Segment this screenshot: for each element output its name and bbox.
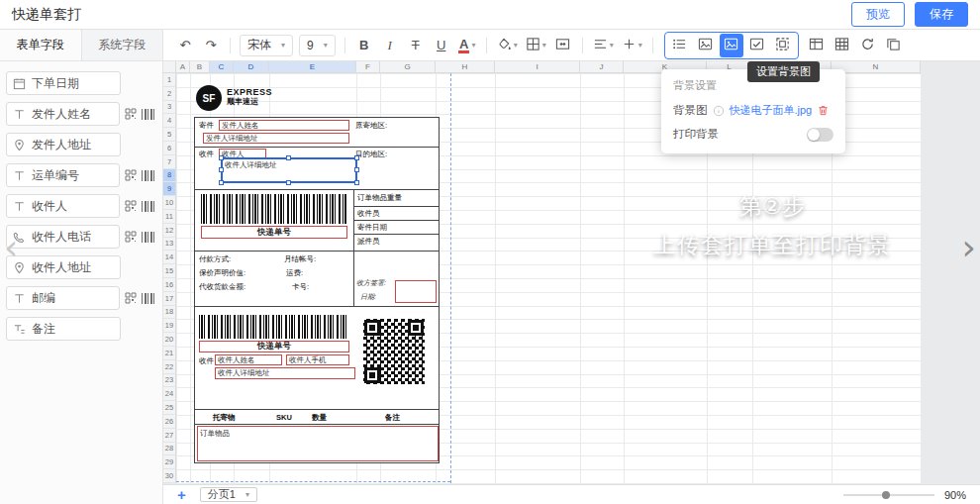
- qrcode-icon[interactable]: [125, 108, 137, 120]
- zoom-slider[interactable]: [843, 494, 934, 496]
- field-tracking-number[interactable]: 快递单号: [201, 226, 347, 239]
- resize-handle[interactable]: [354, 155, 359, 160]
- row-header-28[interactable]: 28: [163, 443, 176, 456]
- row-header-29[interactable]: 29: [163, 455, 176, 469]
- borders-icon[interactable]: ▾: [523, 34, 549, 57]
- sidebar-field-1[interactable]: 发件人姓名: [6, 102, 120, 126]
- row-header-15[interactable]: 15: [163, 264, 176, 278]
- refresh-icon[interactable]: [856, 34, 880, 57]
- sidebar-field-8[interactable]: 备注: [6, 317, 121, 341]
- column-header-D[interactable]: D: [234, 61, 269, 73]
- set-background-icon[interactable]: [720, 34, 743, 57]
- font-family-select[interactable]: 宋体▾: [240, 35, 293, 56]
- print-background-toggle[interactable]: [807, 128, 833, 142]
- row-header-19[interactable]: 19: [163, 319, 176, 333]
- row-header-16[interactable]: 16: [163, 278, 176, 292]
- merge-cells-icon[interactable]: [551, 34, 575, 57]
- grid-corner[interactable]: [163, 61, 176, 73]
- strikethrough-icon[interactable]: T: [404, 34, 428, 57]
- column-header-J[interactable]: J: [580, 61, 624, 73]
- field-stub-recipient-address[interactable]: 收件人详细地址: [215, 367, 355, 379]
- row-header-23[interactable]: 23: [163, 374, 176, 388]
- row-header-14[interactable]: 14: [163, 251, 176, 264]
- sidebar-field-3[interactable]: 运单编号: [6, 163, 120, 187]
- resize-handle[interactable]: [219, 167, 224, 172]
- save-button[interactable]: 保存: [915, 2, 968, 27]
- row-header-24[interactable]: 24: [163, 387, 176, 401]
- barcode-icon[interactable]: [142, 201, 156, 212]
- row-header-27[interactable]: 27: [163, 429, 176, 443]
- row-header-21[interactable]: 21: [163, 347, 176, 360]
- barcode-icon[interactable]: [142, 109, 156, 120]
- tab-system-fields[interactable]: 系统字段: [82, 30, 163, 60]
- row-header-11[interactable]: 11: [163, 210, 176, 224]
- font-size-select[interactable]: 9▾: [299, 35, 336, 56]
- barcode-icon[interactable]: [142, 293, 156, 304]
- field-recipient-address-selected[interactable]: 收件人详细地址: [221, 157, 357, 183]
- row-header-25[interactable]: 25: [163, 401, 176, 415]
- column-header-A[interactable]: A: [176, 61, 190, 73]
- sidebar-field-2[interactable]: 发件人地址: [6, 133, 121, 156]
- preview-button[interactable]: 预览: [851, 2, 905, 27]
- page-select[interactable]: 分页1 ▾: [200, 487, 257, 502]
- column-header-I[interactable]: I: [495, 61, 580, 73]
- resize-handle[interactable]: [219, 155, 224, 160]
- sidebar-field-0[interactable]: 下单日期: [6, 71, 121, 95]
- column-header-C[interactable]: C: [210, 61, 234, 73]
- row-header-26[interactable]: 26: [163, 415, 176, 429]
- row-header-13[interactable]: 13: [163, 238, 176, 252]
- field-sender-address[interactable]: 发件人详细地址: [203, 133, 349, 144]
- column-header-H[interactable]: H: [436, 61, 495, 73]
- list-settings-icon[interactable]: [668, 34, 692, 57]
- sidebar-field-4[interactable]: 收件人: [6, 194, 120, 218]
- row-header-6[interactable]: 6: [163, 142, 176, 155]
- undo-icon[interactable]: ↶: [173, 34, 197, 57]
- resize-handle[interactable]: [286, 155, 291, 160]
- row-header-22[interactable]: 22: [163, 360, 176, 374]
- column-header-F[interactable]: F: [356, 61, 380, 73]
- row-header-17[interactable]: 17: [163, 292, 176, 306]
- row-header-10[interactable]: 10: [163, 196, 176, 210]
- delete-background-icon[interactable]: [817, 104, 830, 117]
- row-header-18[interactable]: 18: [163, 306, 176, 320]
- qrcode-icon[interactable]: [125, 231, 137, 243]
- align-icon[interactable]: ▾: [590, 34, 617, 57]
- grid-settings-icon[interactable]: [831, 34, 854, 57]
- field-sender-name[interactable]: 发件人姓名: [219, 120, 349, 131]
- copy-icon[interactable]: [882, 34, 906, 57]
- next-chevron-icon[interactable]: ›: [962, 230, 976, 265]
- row-header-8[interactable]: 8: [163, 169, 176, 183]
- row-header-3[interactable]: 3: [163, 101, 176, 115]
- row-header-7[interactable]: 7: [163, 155, 176, 169]
- underline-icon[interactable]: U: [430, 34, 453, 57]
- fill-color-icon[interactable]: ▾: [494, 34, 521, 57]
- sidebar-field-5[interactable]: 收件人电话: [6, 225, 120, 249]
- insert-icon[interactable]: ▾: [619, 34, 645, 57]
- column-header-B[interactable]: B: [190, 61, 210, 73]
- field-signature-box[interactable]: [395, 280, 437, 303]
- row-header-2[interactable]: 2: [163, 87, 176, 101]
- qrcode-icon[interactable]: [125, 169, 137, 181]
- qrcode-icon[interactable]: [125, 292, 137, 304]
- row-header-20[interactable]: 20: [163, 333, 176, 347]
- freeze-pane-icon[interactable]: [805, 34, 829, 57]
- redo-icon[interactable]: ↷: [199, 34, 223, 57]
- row-header-12[interactable]: 12: [163, 224, 176, 238]
- column-header-E[interactable]: E: [269, 61, 356, 73]
- tab-form-fields[interactable]: 表单字段: [0, 30, 82, 60]
- add-page-button[interactable]: +: [177, 487, 186, 502]
- barcode-icon[interactable]: [142, 170, 156, 181]
- resize-handle[interactable]: [354, 167, 359, 172]
- font-color-icon[interactable]: A▾: [455, 34, 479, 57]
- screenshot-icon[interactable]: [771, 34, 795, 57]
- resize-handle[interactable]: [219, 180, 224, 185]
- resize-handle[interactable]: [286, 180, 291, 185]
- image-field-icon[interactable]: [745, 34, 769, 57]
- row-header-30[interactable]: 30: [163, 469, 176, 483]
- prev-chevron-icon[interactable]: ‹: [4, 230, 18, 265]
- barcode-icon[interactable]: [142, 232, 156, 243]
- field-stub-recipient-phone[interactable]: 收件人手机: [286, 354, 349, 365]
- qrcode-icon[interactable]: [125, 200, 137, 212]
- column-header-G[interactable]: G: [380, 61, 436, 73]
- sidebar-field-6[interactable]: 收件人地址: [6, 255, 121, 279]
